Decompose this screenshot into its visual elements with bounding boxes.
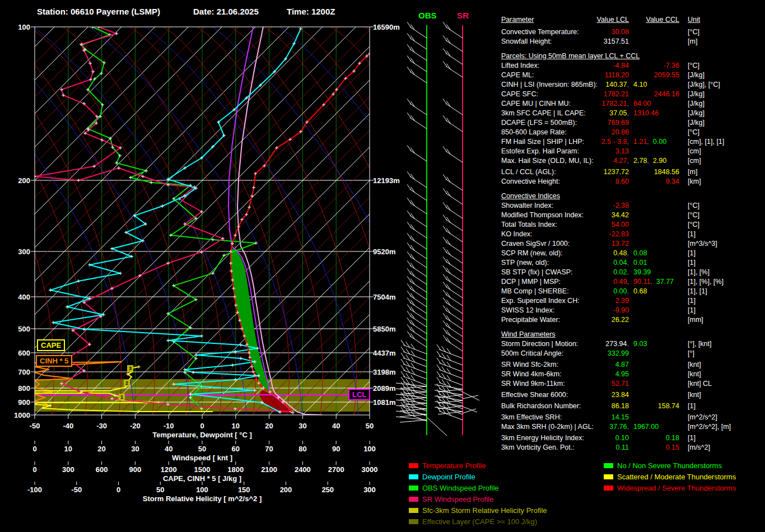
param-label: STP (new, old): <box>501 259 549 267</box>
param-unit: [1] <box>688 434 696 442</box>
param-unit: [°] <box>688 349 694 357</box>
param-label: LCL / CCL (AGL): <box>501 168 556 176</box>
param-value-ccl: 158.74 <box>636 402 679 410</box>
value: 54.00 <box>612 221 629 228</box>
legend-swatch <box>409 463 418 468</box>
param-label: Lifted Index: <box>501 62 539 69</box>
param-value-lcl: 4.87 <box>562 361 629 368</box>
param-label: CAPE SFC: <box>501 90 538 98</box>
windspeed-axis-title: Windspeed [ knt ] <box>101 454 304 462</box>
windspeed-tick-label: 60 <box>218 445 254 453</box>
param-value-lcl: 37.05, <box>562 109 629 117</box>
value: 0.48 <box>613 249 627 257</box>
param-label: Precipitable Water: <box>501 316 560 324</box>
param-unit: [cm] <box>688 147 701 155</box>
temp-tick-label: -20 <box>117 422 153 430</box>
windspeed-tick-label: 50 <box>184 445 220 453</box>
temp-tick-label: 40 <box>318 422 354 430</box>
value: -22.83 <box>609 230 629 238</box>
param-unit: [J/kg] <box>688 109 705 117</box>
altitude-label: 1081m <box>373 398 395 407</box>
windspeed-tick-label: 10 <box>50 445 86 453</box>
value: 3157.51 <box>604 38 629 45</box>
param-unit: [J/kg] <box>688 71 705 79</box>
value: 34.42 <box>612 211 629 219</box>
param-value-ccl: -7.36 <box>636 62 679 69</box>
legend-swatch <box>604 486 613 491</box>
value: 0.49 <box>613 278 627 286</box>
value: 14.15 <box>612 413 629 421</box>
param-label: DCP | MMP | MSP: <box>501 278 561 286</box>
param-value-lcl: 1782.21 <box>562 90 629 98</box>
param-label: SCP RM (new, old): <box>501 249 563 257</box>
param-value-lcl: 23.84 <box>562 391 629 399</box>
severity-legend-item: Scattered / Moderate Thunderstorms <box>604 473 736 481</box>
value: 0.68 <box>633 287 647 295</box>
param-unit: [cm], [1], [1] <box>688 138 724 146</box>
param-value-lcl: 0.48, <box>562 249 629 257</box>
legend-label: Sfc-3km Storm Relative Helicity Profile <box>422 506 547 515</box>
param-unit: [knt] <box>688 370 701 378</box>
pressure-tick-label: 300 <box>10 248 30 256</box>
param-unit: [°C] <box>688 62 699 69</box>
cinh-label: CINH * 5 <box>36 355 72 367</box>
param-value-lcl: 0.00, <box>562 287 629 295</box>
param-value-lcl: 0.02, <box>562 268 629 276</box>
param-value-extra: 0.01 <box>633 259 647 267</box>
value: -2.38 <box>613 202 629 209</box>
param-value-ccl: 1848.56 <box>636 168 679 176</box>
windspeed-tick-label: 0 <box>17 445 53 453</box>
section-label: Wind Parameters <box>501 330 556 338</box>
cape-tick-label: 3000 <box>352 465 388 474</box>
value: 86.18 <box>612 402 629 410</box>
value: 1967.00 <box>633 423 659 431</box>
param-unit: [km] <box>688 178 701 185</box>
temp-tick-label: 20 <box>251 422 287 430</box>
param-value-lcl: 2.39 <box>562 297 629 305</box>
param-value-extra: 1.21, 0.00 <box>633 138 666 146</box>
value: 30.08 <box>612 28 629 36</box>
param-value-lcl: 2.5 - 3.8, <box>562 138 629 146</box>
param-unit: [1], [%], [%] <box>688 278 724 286</box>
param-value-lcl: 8.60 <box>562 178 629 185</box>
param-value-lcl: 3.13 <box>562 147 629 155</box>
srh-tick-label: 100 <box>184 486 220 494</box>
cape-tick-label: 2100 <box>251 465 287 474</box>
windspeed-tick-label: 100 <box>352 445 388 453</box>
altitude-label: 5850m <box>373 325 395 333</box>
value: 2.5 - 3.8 <box>601 138 627 146</box>
altitude-label: 9520m <box>373 248 395 256</box>
table-header-parameter: Parameter <box>501 16 534 24</box>
pressure-tick-label: 800 <box>10 384 30 393</box>
cape-tick-label: 900 <box>117 465 153 474</box>
param-unit: [mm] <box>688 316 703 324</box>
profile-legend-item: OBS Windspeed Profile <box>409 484 499 492</box>
param-label: SR Wind 9km-11km: <box>501 380 565 388</box>
value: 37.77 <box>656 278 674 286</box>
srh-tick-label: 150 <box>226 486 262 494</box>
legend-swatch <box>409 486 418 491</box>
cape-tick-label: 1500 <box>184 465 220 474</box>
legend-swatch <box>604 474 613 479</box>
table-header-value-lcl: Value LCL <box>562 16 629 24</box>
value: 1118.20 <box>605 71 629 79</box>
value: 0.04 <box>613 259 627 267</box>
param-label: KO Index: <box>501 230 533 238</box>
value: 9.34 <box>666 178 679 185</box>
srh-tick-label: -100 <box>17 486 53 494</box>
pressure-tick-label: 500 <box>10 325 30 333</box>
value: 23.84 <box>612 391 629 399</box>
value: 4.27 <box>613 157 627 165</box>
param-value-lcl: 37.76, <box>562 423 629 431</box>
cape-tick-label: 0 <box>17 465 53 474</box>
profile-legend-item: Dewpoint Profile <box>409 473 475 481</box>
profile-legend-item: Sfc-3km Storm Relative Helicity Profile <box>409 506 547 515</box>
param-value-lcl: 332.99 <box>562 349 629 357</box>
value: 1237.72 <box>604 168 629 176</box>
value: 0.10 <box>615 434 629 442</box>
param-label: CAPE ML: <box>501 71 534 79</box>
param-value-lcl: 0.10 <box>562 434 629 442</box>
value: 1310.46 <box>633 109 659 117</box>
param-value-extra: 4.10 <box>633 81 647 88</box>
value: 37.05 <box>609 109 627 117</box>
